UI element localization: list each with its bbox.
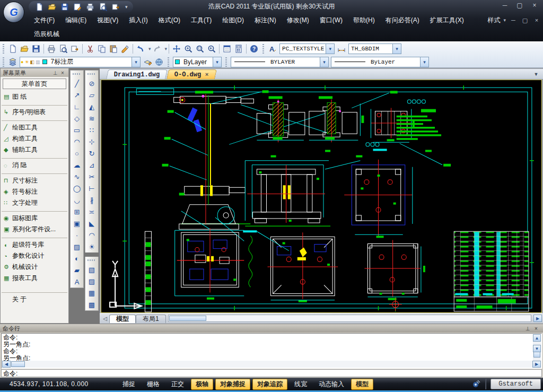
scroll-left-icon[interactable]: ◀ <box>2 361 11 368</box>
toolbar-grip[interactable] <box>224 57 228 67</box>
screen-menu-item-report-tools[interactable]: ▦ 报表工具 ▶ <box>2 273 67 284</box>
draw-tool-spline[interactable]: ∿ <box>71 171 83 182</box>
modify-tool-mirror[interactable]: ◭ <box>85 101 98 112</box>
open-button[interactable] <box>19 43 30 55</box>
print-button[interactable] <box>46 43 57 55</box>
draw-tool-hatch[interactable]: ▨ <box>71 241 83 252</box>
menu-item[interactable]: 窗口(W) <box>314 14 348 27</box>
dim-style-combo[interactable]: TH_GBDIM ▾ <box>348 43 401 54</box>
toolbar-grip[interactable] <box>167 57 170 67</box>
paste-button[interactable] <box>108 43 119 55</box>
combo-arrow-icon[interactable]: ▾ <box>213 57 221 67</box>
modify-tool-erase[interactable]: ⊘ <box>85 77 98 89</box>
modify-tool-fillet[interactable]: ◠ <box>85 229 98 241</box>
screen-menu-item-paper[interactable]: ▤ 图 纸 ▶ <box>2 91 67 102</box>
doc-minimize-button[interactable]: ─ <box>509 17 518 23</box>
modify-tool-break[interactable]: ∦ <box>85 194 98 206</box>
screen-menu-item-symbol[interactable]: ◈ 符号标注 ▶ <box>2 186 67 197</box>
save-as-button[interactable] <box>72 2 83 12</box>
menu-item[interactable]: 有问必答(A) <box>380 14 425 27</box>
command-input[interactable]: 命令: <box>1 369 542 377</box>
properties-button[interactable] <box>221 43 233 55</box>
menu-item-mechanical[interactable]: 浩辰机械 <box>29 28 65 40</box>
draw-tool-circle[interactable]: ○ <box>71 147 83 159</box>
modify-tool-extend[interactable]: ⊢ <box>85 182 98 194</box>
modify-tool-chamfer[interactable]: ◣ <box>85 217 98 229</box>
quick-calc-button[interactable] <box>233 43 244 55</box>
draw-tool-line[interactable]: ╱ <box>71 77 83 89</box>
communication-icon[interactable] <box>471 379 481 389</box>
menu-item[interactable]: 编辑(E) <box>60 14 92 27</box>
draw-tool-revision-cloud[interactable]: ☁ <box>71 159 83 171</box>
text-style-button[interactable]: A <box>267 43 278 55</box>
save-button[interactable] <box>59 2 70 12</box>
draw-tool-point[interactable]: ∙ <box>71 229 83 241</box>
layer-previous-button[interactable] <box>153 56 165 68</box>
gstarsoft-button[interactable]: Gstarsoft <box>491 379 541 389</box>
app-logo-icon[interactable]: G <box>3 2 24 23</box>
modify-tool-copy[interactable]: ▱ <box>85 89 98 101</box>
vertical-scrollbar[interactable]: ▲ ▼ <box>533 334 541 361</box>
undo-button[interactable] <box>135 43 146 55</box>
layout-tab-model[interactable]: 模型 <box>109 315 136 323</box>
screen-menu-item-mechanical-design[interactable]: ⚙ 机械设计 ▶ <box>2 262 67 273</box>
redo-dropdown-icon[interactable]: ▾ <box>163 46 168 51</box>
new-button[interactable] <box>34 2 45 12</box>
modify-tool-offset[interactable]: ≋ <box>85 112 98 124</box>
layer-manager-button[interactable] <box>7 56 19 68</box>
status-toggle-osnap[interactable]: 对象捕捉 <box>215 379 250 390</box>
modify-tool-trim[interactable]: ✂ <box>85 171 98 182</box>
draw-tool-make-block[interactable]: ▣ <box>71 217 83 229</box>
draworder-tool-bring-above[interactable]: ▦ <box>85 287 98 299</box>
toolbar-grip[interactable] <box>73 72 81 76</box>
zoom-realtime-button[interactable] <box>182 43 194 55</box>
color-combo[interactable]: ByLayer ▾ <box>173 57 222 67</box>
menu-item[interactable]: 帮助(H) <box>348 14 380 27</box>
scrollbar-thumb[interactable] <box>169 316 206 321</box>
menu-item[interactable]: 绘图(D) <box>217 14 249 27</box>
status-toggle-lineweight[interactable]: 线宽 <box>290 379 312 390</box>
draw-tool-rectangle[interactable]: ▭ <box>71 124 83 136</box>
pin-icon[interactable]: ⊥ <box>523 326 532 332</box>
style-menu[interactable]: 样式 <box>487 16 500 25</box>
text-style-combo[interactable]: PC_TEXTSTYLE ▾ <box>279 43 335 54</box>
combo-arrow-icon[interactable]: ▾ <box>132 57 140 67</box>
scroll-right-icon[interactable]: ▶ <box>533 315 542 322</box>
help-button[interactable]: ? <box>248 43 260 55</box>
pan-button[interactable] <box>171 43 182 55</box>
doc-close-button[interactable]: × <box>532 17 541 23</box>
status-toggle-grid[interactable]: 栅格 <box>142 379 164 390</box>
save-button[interactable] <box>30 43 42 55</box>
coordinate-readout[interactable]: 4534.937, 101.108, 0.000 <box>2 380 118 388</box>
redo-button[interactable] <box>151 43 163 55</box>
undo-dropdown-icon[interactable]: ▾ <box>146 46 151 51</box>
combo-arrow-icon[interactable]: ▾ <box>392 44 401 54</box>
print-button[interactable] <box>85 2 95 12</box>
match-properties-button[interactable] <box>119 43 131 55</box>
new-button[interactable] <box>7 43 19 55</box>
linetype-combo[interactable]: BYLAYER ▾ <box>231 57 329 67</box>
dim-style-button[interactable] <box>336 43 347 55</box>
horizontal-scrollbar[interactable]: ◀ ▶ <box>2 361 541 368</box>
menu-item[interactable]: 标注(N) <box>249 14 282 27</box>
close-icon[interactable]: × <box>59 70 66 76</box>
combo-arrow-icon[interactable]: ▾ <box>320 57 328 67</box>
combo-arrow-icon[interactable]: ▾ <box>326 44 334 54</box>
command-history[interactable]: 命令:另一角点:命令:另一角点: ▲ ▼ ◀ ▶ <box>1 333 542 369</box>
print-preview-button[interactable] <box>57 43 69 55</box>
restore-button[interactable]: ▢ <box>514 2 525 9</box>
tab-nav-left-icon[interactable]: ◁ <box>101 316 109 321</box>
pin-icon[interactable]: ⊥ <box>51 70 59 76</box>
screen-menu-item-hide[interactable]: ◌ 消 隐 ▶ <box>2 158 67 171</box>
cut-button[interactable] <box>84 43 96 55</box>
menu-item[interactable]: 格式(O) <box>153 14 186 27</box>
screen-menu-item-assist-tools[interactable]: ◆ 辅助工具 ▶ <box>2 144 67 155</box>
layer-states-button[interactable] <box>142 56 153 68</box>
open-button[interactable] <box>47 2 57 12</box>
toolbar-grip[interactable] <box>2 44 5 54</box>
toolbar-grip[interactable] <box>261 44 265 54</box>
status-toggle-snap[interactable]: 捕捉 <box>118 379 140 390</box>
lineweight-combo[interactable]: ByLayer ▾ <box>331 57 429 67</box>
screen-menu-item-balloon-bom[interactable]: ↳ 序号/明细表 ▶ <box>2 105 67 118</box>
draw-tool-construction-line[interactable]: ↗ <box>71 89 83 101</box>
